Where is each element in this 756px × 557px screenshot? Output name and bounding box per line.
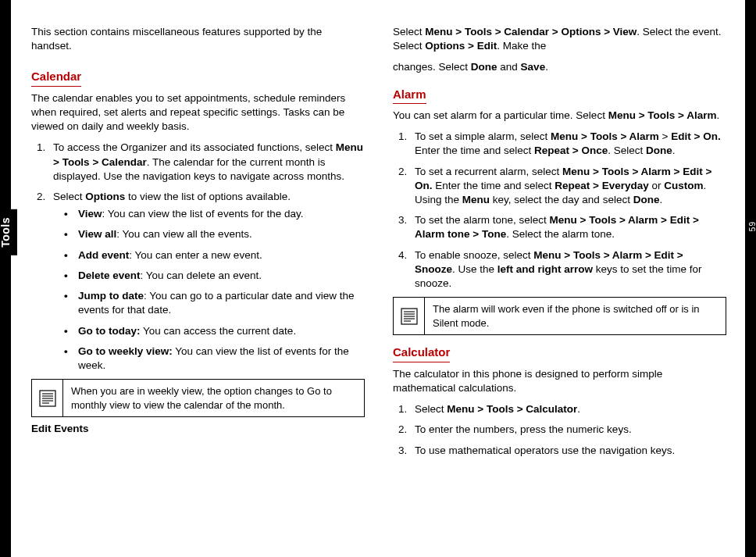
calendar-desc: The calendar enables you to set appointm… (31, 91, 365, 134)
calendar-step-2: Select Options to view the list of optio… (48, 190, 365, 373)
calendar-steps: To access the Organizer and its associat… (31, 141, 365, 373)
note-text: The alarm will work even if the phone is… (425, 298, 726, 334)
calculator-steps: Select Menu > Tools > Calculator. To ent… (393, 402, 726, 458)
alarm-step-1: To set a simple alarm, select Menu > Too… (410, 130, 726, 158)
edit-events-desc: Select Menu > Tools > Calendar > Options… (393, 25, 726, 53)
note-text: When you are in weekly view, the option … (63, 380, 364, 416)
section-tab-tools: Tools (0, 209, 17, 255)
edit-events-continued: changes. Select Done and Save. (393, 60, 726, 74)
heading-alarm: Alarm (393, 87, 426, 104)
alarm-steps: To set a simple alarm, select Menu > Too… (393, 130, 726, 291)
note-alarm: The alarm will work even if the phone is… (393, 297, 726, 335)
heading-calendar: Calendar (31, 69, 81, 86)
note-icon (32, 380, 63, 416)
opt-go-to-weekly: Go to weekly view: You can view the list… (61, 345, 365, 373)
note-weekly-view: When you are in weekly view, the option … (31, 379, 365, 417)
subheading-edit-events: Edit Events (31, 422, 365, 436)
opt-add-event: Add event: You can enter a new event. (61, 248, 365, 262)
opt-go-to-today: Go to today: You can access the current … (61, 324, 365, 338)
page-content: This section contains miscellaneous feat… (31, 25, 726, 535)
alarm-step-2: To set a recurrent alarm, select Menu > … (410, 165, 726, 208)
options-list: View: You can view the list of events fo… (53, 207, 365, 373)
intro-text: This section contains miscellaneous feat… (31, 25, 365, 53)
opt-view: View: You can view the list of events fo… (61, 207, 365, 221)
calculator-desc: The calculator in this phone is designed… (393, 367, 726, 395)
opt-view-all: View all: You can view all the events. (61, 227, 365, 241)
calc-step-2: To enter the numbers, press the numeric … (410, 423, 726, 437)
page-number: 59 (747, 221, 757, 231)
opt-jump-to-date: Jump to date: You can go to a particular… (61, 289, 365, 317)
alarm-step-4: To enable snooze, select Menu > Tools > … (410, 248, 726, 291)
calc-step-1: Select Menu > Tools > Calculator. (410, 402, 726, 416)
note-icon (394, 298, 425, 334)
calc-step-3: To use mathematical operators use the na… (410, 444, 726, 458)
calendar-step-1: To access the Organizer and its associat… (48, 141, 365, 184)
heading-calculator: Calculator (393, 345, 450, 362)
opt-delete-event: Delete event: You can delete an event. (61, 269, 365, 283)
alarm-step-3: To set the alarm tone, select Menu > Too… (410, 213, 726, 241)
alarm-desc: You can set alarm for a particular time.… (393, 109, 726, 123)
